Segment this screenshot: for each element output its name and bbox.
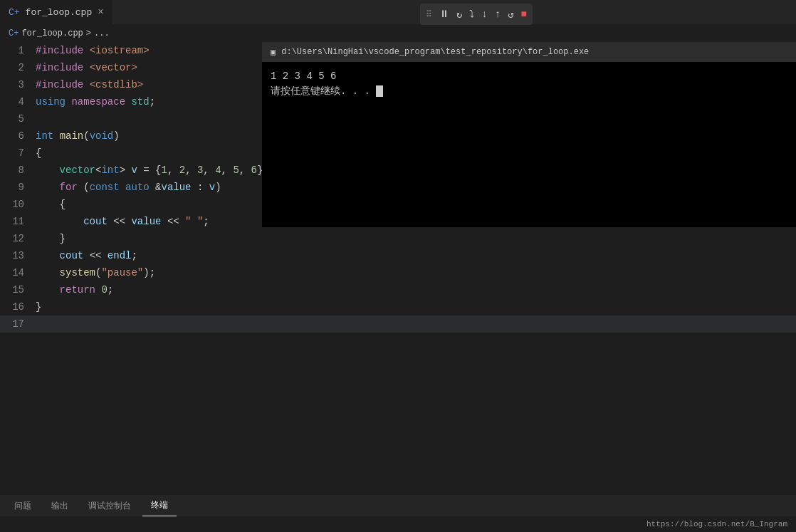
- bottom-tab-problems[interactable]: 问题: [6, 495, 40, 516]
- terminal-content[interactable]: 1 2 3 4 5 6 请按任意键继续. . .: [262, 62, 796, 227]
- line-content-15: return 0;: [36, 284, 113, 296]
- tab-filename: for_loop.cpp: [26, 7, 93, 18]
- line-number-7: 7: [0, 147, 36, 159]
- code-line-16: 16 }: [0, 298, 796, 315]
- debug-step-out-icon[interactable]: ↑: [495, 9, 501, 20]
- line-content-7: {: [36, 147, 41, 159]
- line-content-3: #include <cstdlib>: [36, 79, 143, 90]
- terminal-cursor: [376, 85, 383, 97]
- line-number-13: 13: [0, 250, 36, 261]
- line-content-2: #include <vector>: [36, 62, 137, 73]
- bottom-tab-output[interactable]: 输出: [43, 495, 77, 516]
- line-number-1: 1: [0, 45, 36, 56]
- line-number-16: 16: [0, 301, 36, 313]
- line-number-4: 4: [0, 96, 36, 108]
- code-area[interactable]: 1 #include <iostream> 2 #include <vector…: [0, 42, 796, 494]
- terminal-output-line1: 1 2 3 4 5 6: [271, 69, 787, 84]
- breadcrumb-cpp-icon: C+: [9, 28, 19, 38]
- debug-step-into-icon[interactable]: ↓: [481, 9, 487, 20]
- breadcrumb-context[interactable]: ...: [94, 28, 110, 38]
- line-content-5: [36, 113, 41, 125]
- line-content-4: using namespace std;: [36, 96, 155, 108]
- code-line-13: 13 cout << endl;: [0, 247, 796, 264]
- debug-grip-icon: ⠿: [426, 9, 432, 20]
- cpp-icon: C+: [9, 7, 20, 18]
- line-content-10: {: [36, 199, 66, 210]
- footer: https://blog.csdn.net/B_Ingram: [0, 516, 796, 532]
- line-number-15: 15: [0, 284, 36, 296]
- debug-restart-icon[interactable]: ↺: [508, 9, 513, 21]
- line-content-13: cout << endl;: [36, 250, 137, 261]
- terminal-output-line2: 请按任意键继续. . .: [271, 84, 787, 99]
- line-content-17: [36, 318, 41, 330]
- line-content-14: system("pause");: [36, 267, 155, 278]
- breadcrumb: C+ for_loop.cpp > ...: [0, 25, 796, 42]
- terminal-title-bar: ▣ d:\Users\NingHai\vscode_program\test_r…: [262, 42, 796, 62]
- line-content-16: }: [36, 301, 41, 313]
- line-number-5: 5: [0, 113, 36, 125]
- breadcrumb-separator: >: [86, 28, 91, 38]
- code-line-14: 14 system("pause");: [0, 264, 796, 281]
- code-line-12: 12 }: [0, 230, 796, 247]
- line-content-1: #include <iostream>: [36, 45, 150, 56]
- line-content-9: for (const auto &value : v): [36, 182, 221, 193]
- line-number-9: 9: [0, 182, 36, 193]
- debug-pause-icon[interactable]: ⏸: [439, 9, 449, 20]
- line-number-3: 3: [0, 79, 36, 90]
- line-content-12: }: [36, 233, 66, 244]
- terminal-overlay[interactable]: ▣ d:\Users\NingHai\vscode_program\test_r…: [262, 42, 796, 227]
- bottom-tab-terminal[interactable]: 终端: [142, 495, 177, 516]
- line-content-6: int main(void): [36, 130, 120, 142]
- bottom-tab-debug-console[interactable]: 调试控制台: [80, 495, 140, 516]
- line-content-8: vector<int> v = {1, 2, 3, 4, 5, 6};: [36, 165, 269, 176]
- footer-link: https://blog.csdn.net/B_Ingram: [646, 520, 787, 528]
- editor-container: 1 #include <iostream> 2 #include <vector…: [0, 42, 796, 494]
- tab-close-button[interactable]: ×: [98, 6, 103, 18]
- line-content-11: cout << value << " ";: [36, 216, 209, 227]
- terminal-window-icon: ▣: [271, 47, 276, 58]
- line-number-6: 6: [0, 130, 36, 142]
- line-number-14: 14: [0, 267, 36, 278]
- file-tab[interactable]: C+ for_loop.cpp ×: [0, 0, 113, 24]
- code-line-15: 15 return 0;: [0, 281, 796, 298]
- tab-bar: C+ for_loop.cpp × ⠿ ⏸ ↻ ⤵ ↓ ↑ ↺ ■: [0, 0, 796, 25]
- bottom-panel: 问题 输出 调试控制台 终端: [0, 494, 796, 516]
- line-number-10: 10: [0, 199, 36, 210]
- line-number-2: 2: [0, 62, 36, 73]
- bottom-tabs: 问题 输出 调试控制台 终端: [0, 495, 796, 516]
- debug-refresh-icon[interactable]: ↻: [456, 9, 462, 21]
- terminal-title: d:\Users\NingHai\vscode_program\test_rep…: [281, 47, 589, 57]
- breadcrumb-file[interactable]: for_loop.cpp: [21, 28, 83, 38]
- debug-step-over-icon[interactable]: ⤵: [469, 9, 474, 20]
- line-number-12: 12: [0, 233, 36, 244]
- code-line-17: 17: [0, 315, 796, 333]
- line-number-11: 11: [0, 216, 36, 227]
- line-number-8: 8: [0, 165, 36, 176]
- line-number-17: 17: [0, 318, 36, 330]
- debug-stop-icon[interactable]: ■: [521, 9, 527, 20]
